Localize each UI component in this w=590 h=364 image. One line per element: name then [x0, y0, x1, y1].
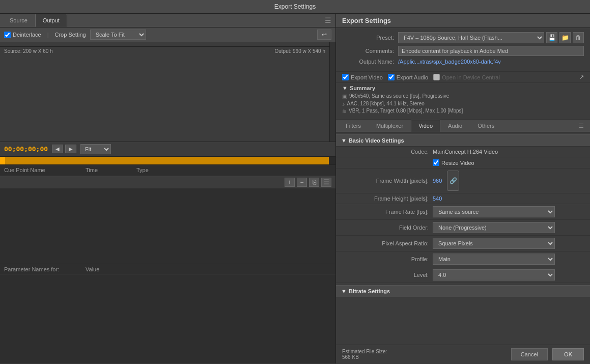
field-order-label: Field Order:	[341, 225, 433, 231]
remove-cue-button[interactable]: −	[297, 178, 307, 187]
bottom-buttons: Cancel OK	[511, 348, 584, 360]
crop-setting-label: Crop Setting	[55, 32, 86, 38]
settings-tab-menu-icon[interactable]: ☰	[575, 120, 588, 132]
bitrate-settings-group: ▼ Bitrate Settings	[336, 285, 590, 297]
export-video-checkbox[interactable]	[342, 74, 349, 80]
video-summary-icon: ▣	[342, 93, 347, 100]
playback-controls: 00;00;00;00 ◀ ▶ Fit	[0, 142, 335, 157]
cue-col-time: Time	[86, 167, 136, 173]
tab-multiplexer[interactable]: Multiplexer	[369, 120, 411, 132]
right-panel: Export Settings Preset: F4V – 1080p Sour…	[336, 14, 590, 363]
back-button[interactable]: ↩	[317, 30, 331, 40]
timeline-thumb[interactable]	[0, 157, 5, 164]
add-cue-button[interactable]: +	[285, 178, 295, 187]
step-forward-button[interactable]: ▶	[65, 145, 76, 153]
frame-width-value[interactable]: 960	[433, 178, 442, 184]
zoom-dropdown[interactable]: Fit	[80, 144, 111, 154]
source-info-bar: Source: 200 w X 60 h Output: 960 w X 540…	[0, 46, 329, 55]
profile-dropdown[interactable]: Main	[433, 254, 555, 265]
scale-to-fit-dropdown[interactable]: Scale To Fit	[90, 30, 146, 40]
tab-source[interactable]: Source	[2, 14, 35, 27]
comments-input[interactable]	[398, 46, 584, 56]
source-dimensions: Source: 200 w X 60 h	[4, 48, 53, 54]
export-audio-label[interactable]: Export Audio	[388, 74, 428, 80]
bitrate-summary-icon: ≋	[342, 108, 347, 115]
frame-height-control: 540	[433, 195, 585, 202]
toolbar-separator: |	[47, 32, 49, 38]
preset-row: Preset: F4V – 1080p Source, Half Size (F…	[342, 32, 584, 43]
cue-actions: + − ⎘ ☰	[0, 176, 335, 188]
file-size-info: Estimated File Size: 566 KB	[342, 349, 387, 360]
summary-bitrate-text: VBR, 1 Pass, Target 0.80 [Mbps], Max 1.0…	[349, 108, 463, 114]
param-col-value: Value	[86, 266, 136, 272]
tab-video[interactable]: Video	[411, 120, 440, 132]
summary-item-audio: ♪ AAC, 128 [kbps], 44.1 kHz, Stereo	[342, 100, 584, 107]
settings-form: Preset: F4V – 1080p Source, Half Size (F…	[336, 28, 590, 72]
output-name-label: Output Name:	[342, 59, 398, 65]
cue-point-area: Cue Point Name Time Type + − ⎘ ☰	[0, 165, 335, 265]
video-wrapper: Source: 200 w X 60 h Output: 960 w X 540…	[0, 42, 335, 142]
field-order-dropdown[interactable]: None (Progressive)	[433, 222, 555, 233]
tab-output[interactable]: Output	[35, 14, 67, 27]
left-panel: Source Output ☰ Deinterlace | Crop Setti…	[0, 14, 336, 363]
duplicate-cue-button[interactable]: ⎘	[309, 178, 319, 187]
deinterlace-input[interactable]	[4, 32, 11, 38]
resize-video-row: Resize Video	[336, 157, 590, 169]
left-toolbar: Deinterlace | Crop Setting Scale To Fit …	[0, 27, 335, 42]
bitrate-triangle: ▼	[341, 288, 347, 294]
timeline-progress	[0, 157, 329, 164]
open-device-central-checkbox[interactable]	[433, 74, 440, 80]
menu-cue-button[interactable]: ☰	[321, 178, 331, 187]
pixel-aspect-row: Pixel Aspect Ratio: Square Pixels	[336, 236, 590, 251]
export-video-label[interactable]: Export Video	[342, 74, 383, 80]
export-audio-checkbox[interactable]	[388, 74, 395, 80]
frame-height-value[interactable]: 540	[433, 195, 442, 202]
timeline-bar[interactable]	[0, 157, 335, 165]
bitrate-settings-title: ▼ Bitrate Settings	[336, 285, 590, 297]
output-name-link[interactable]: /Applic...xtras/spx_badge200x60-dark.f4v	[398, 59, 501, 65]
tab-others[interactable]: Others	[470, 120, 502, 132]
frame-rate-row: Frame Rate [fps]: Same as source	[336, 204, 590, 220]
basic-video-settings-title: ▼ Basic Video Settings	[336, 134, 590, 147]
preset-dropdown[interactable]: F4V – 1080p Source, Half Size (Flash...	[398, 32, 544, 43]
summary-video-text: 960x540, Same as source [fps], Progressi…	[349, 93, 449, 99]
tab-audio[interactable]: Audio	[440, 120, 470, 132]
settings-scroll-area[interactable]: ▼ Basic Video Settings Codec: MainConcep…	[336, 132, 590, 345]
basic-video-settings-group: ▼ Basic Video Settings Codec: MainConcep…	[336, 134, 590, 283]
ok-button[interactable]: OK	[552, 348, 584, 360]
field-order-control: None (Progressive)	[433, 222, 585, 233]
frame-rate-label: Frame Rate [fps]:	[341, 209, 433, 215]
level-dropdown[interactable]: 4.0	[433, 269, 555, 281]
deinterlace-checkbox[interactable]: Deinterlace	[4, 32, 41, 38]
profile-row: Profile: Main	[336, 251, 590, 267]
video-scrollbar[interactable]	[329, 42, 335, 142]
title-bar: Export Settings	[0, 0, 590, 14]
profile-control: Main	[433, 254, 585, 265]
audio-summary-icon: ♪	[342, 101, 345, 107]
resize-video-control: Resize Video	[433, 159, 585, 166]
pixel-aspect-dropdown[interactable]: Square Pixels	[433, 238, 555, 249]
cancel-button[interactable]: Cancel	[511, 348, 548, 360]
summary-label: Summary	[350, 85, 375, 91]
param-area: Parameter Names for: Value	[0, 264, 335, 363]
pixel-aspect-label: Pixel Aspect Ratio:	[341, 240, 433, 246]
step-back-button[interactable]: ◀	[52, 145, 63, 153]
left-tab-bar: Source Output ☰	[0, 14, 335, 27]
summary-item-video: ▣ 960x540, Same as source [fps], Progres…	[342, 93, 584, 100]
link-dimensions-button[interactable]: 🔗	[447, 171, 459, 191]
param-header: Parameter Names for: Value	[0, 264, 335, 275]
tab-filters[interactable]: Filters	[338, 120, 369, 132]
open-device-central-label[interactable]: Open in Device Central	[433, 74, 500, 80]
preset-delete-button[interactable]: 🗑	[573, 32, 584, 43]
bitrate-title-text: Bitrate Settings	[349, 288, 390, 294]
codec-text: MainConcept H.264 Video	[433, 149, 498, 155]
preset-save-button[interactable]: 💾	[546, 32, 557, 43]
panel-menu-icon[interactable]: ☰	[325, 16, 333, 24]
preset-folder-button[interactable]: 📁	[559, 32, 571, 43]
resize-video-checkbox-label[interactable]: Resize Video	[433, 159, 474, 166]
output-name-row: Output Name: /Applic...xtras/spx_badge20…	[342, 59, 584, 65]
level-control: 4.0	[433, 269, 585, 281]
frame-rate-dropdown[interactable]: Same as source	[433, 206, 555, 217]
resize-video-checkbox[interactable]	[433, 159, 439, 166]
summary-section: ▼ Summary ▣ 960x540, Same as source [fps…	[336, 83, 590, 120]
